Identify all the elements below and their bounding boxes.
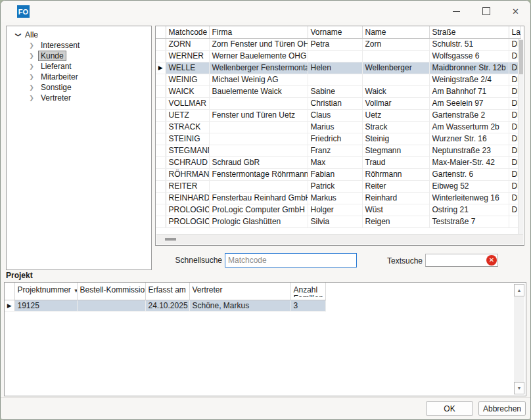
cell-vorname: Markus — [308, 192, 362, 204]
table-row[interactable]: SCHRAUD Schraud GbR Max Traud Max-Maier-… — [156, 156, 520, 168]
tree-item[interactable]: ❯ Sonstige — [7, 82, 151, 93]
table-row[interactable]: UETZ Fenster und Türen Uetz Claus Uetz G… — [156, 109, 520, 121]
cell-firma — [209, 145, 308, 156]
dialog-window: FO ✕ ❯ Alle ❯ Interessent ❯ Kunde ❯ Lief… — [0, 0, 531, 420]
table-row[interactable]: RÖHRMANN Fenstermontage Röhrmann GbR Fab… — [156, 168, 520, 180]
projekt-section-title: Projekt — [6, 271, 33, 280]
chevron-right-icon[interactable]: ❯ — [28, 84, 35, 91]
cell-vorname: Patrick — [308, 180, 362, 192]
table-row[interactable]: VOLLMAR Christian Vollmar Am Seelein 97 … — [156, 97, 520, 109]
contacts-horizontal-scrollbar[interactable] — [156, 234, 523, 245]
table-row[interactable]: WEINIG Michael Weinig AG Weinigstraße 2/… — [156, 74, 520, 85]
cell-firma: Zorn Fenster und Türen OHG — [209, 38, 308, 50]
cancel-button[interactable]: Abbrechen — [478, 401, 526, 416]
tree-item[interactable]: ❯ Kunde — [7, 51, 151, 61]
chevron-right-icon[interactable]: ❯ — [28, 53, 35, 59]
tree-item[interactable]: ❯ Vertreter — [7, 93, 151, 103]
scroll-down-icon[interactable]: ▼ — [514, 382, 524, 394]
column-header-vertreter[interactable]: Vertreter — [189, 283, 290, 300]
chevron-right-icon[interactable]: ❯ — [28, 95, 35, 101]
column-header-vorname[interactable]: Vorname — [308, 26, 362, 38]
tree-item[interactable]: ❯ Lieferant — [7, 61, 151, 72]
row-marker-cell — [156, 38, 166, 50]
tree-item-label: Lieferant — [38, 61, 74, 72]
table-row[interactable]: ZORN Zorn Fenster und Türen OHG Petra Zo… — [156, 38, 520, 50]
cell-vorname: Silvia — [308, 216, 362, 227]
scroll-up-icon[interactable]: ▲ — [514, 284, 524, 296]
projekt-vertical-scrollbar[interactable]: ▲ ▼ — [514, 284, 524, 394]
cell-vorname: Franz — [308, 145, 362, 156]
table-row[interactable]: REINHARD Fensterbau Reinhard GmbH Markus… — [156, 192, 520, 204]
table-row[interactable]: WERNER Werner Bauelemente OHG Wolfsgasse… — [156, 50, 520, 62]
table-row[interactable]: PROLOGIC ProLogic Computer GmbH Holger W… — [156, 204, 520, 216]
cell-bestell-kommission — [77, 300, 145, 311]
chevron-right-icon[interactable]: ❯ — [28, 42, 35, 49]
clear-search-icon[interactable]: ✕ — [486, 255, 497, 266]
tree-root-alle[interactable]: ❯ Alle — [7, 30, 151, 40]
column-header-firma[interactable]: Firma — [209, 26, 308, 38]
cell-strasse: Teststraße 7 — [429, 216, 509, 227]
cell-vorname: Marius — [308, 121, 362, 133]
table-row[interactable]: WAICK Bauelemente Waick Sabine Waick Am … — [156, 85, 520, 97]
cell-name: Reiter — [362, 180, 429, 192]
tree-children: ❯ Interessent ❯ Kunde ❯ Lieferant ❯ Mita… — [7, 40, 151, 103]
column-header-matchcode[interactable]: Matchcode▼ — [166, 26, 209, 38]
cell-name: Zorn — [362, 38, 429, 50]
column-header-strasse[interactable]: Straße — [429, 26, 509, 38]
contacts-vertical-scrollbar[interactable] — [518, 39, 523, 234]
minimize-button[interactable] — [442, 1, 471, 22]
cell-name: Waick — [362, 85, 429, 97]
row-marker-header — [156, 26, 166, 38]
cell-matchcode: PROLOGIC — [166, 216, 209, 227]
cell-strasse: Weinigstraße 2/4 — [429, 74, 509, 85]
column-header-projektnummer[interactable]: Projektnummer▼ — [14, 283, 77, 300]
table-row[interactable]: ▶ 19125 24.10.2025 Schöne, Markus 3 — [5, 300, 325, 311]
sort-descending-icon[interactable]: ▼ — [74, 288, 77, 294]
projekt-grid-panel: Projektnummer▼ Bestell-Kommission Erfass… — [4, 282, 526, 396]
tree-item-label: Sonstige — [38, 82, 74, 93]
chevron-right-icon[interactable]: ❯ — [28, 63, 35, 70]
column-header-name[interactable]: Name — [362, 26, 429, 38]
cell-vorname: Claus — [308, 109, 362, 121]
textsuche-label: Textsuche — [369, 254, 423, 268]
cell-name — [362, 74, 429, 85]
table-row[interactable]: STEGMANN Franz Stegmann Neptunstraße 23 … — [156, 145, 520, 156]
table-row[interactable]: PROLOGIC Prologic Glashütten Silvia Reig… — [156, 216, 520, 227]
close-button[interactable]: ✕ — [501, 1, 530, 22]
ok-button[interactable]: OK — [426, 401, 473, 416]
cell-vorname: Fabian — [308, 168, 362, 180]
chevron-right-icon[interactable]: ❯ — [28, 74, 35, 80]
column-header-anzahl[interactable]: AnzahlFamilien — [290, 283, 325, 300]
table-row[interactable]: STEINIG Friedrich Steinig Wurzner Str. 1… — [156, 133, 520, 145]
cell-strasse: Am Wasserturm 2b — [429, 121, 509, 133]
column-header-bestell-kommission[interactable]: Bestell-Kommission — [77, 283, 145, 300]
contacts-header-row: Matchcode▼ Firma Vorname Name Straße Lan… — [156, 26, 520, 38]
cell-name: Reigen — [362, 216, 429, 227]
column-header-land[interactable]: Land — [509, 26, 520, 38]
row-marker-cell — [156, 192, 166, 204]
tree-item-label: Vertreter — [38, 93, 74, 103]
column-header-erfasst-am[interactable]: Erfasst am — [145, 283, 189, 300]
scrollbar-thumb[interactable] — [165, 238, 176, 241]
cell-matchcode: WAICK — [166, 85, 209, 97]
schnellsuche-input[interactable] — [225, 253, 357, 268]
row-marker-cell: ▶ — [5, 300, 14, 311]
cell-vorname: Holger — [308, 204, 362, 216]
row-marker-cell — [156, 216, 166, 227]
cell-strasse: Gartenstr. 6 — [429, 168, 509, 180]
cell-firma: Fensterbau Reinhard GmbH — [209, 192, 308, 204]
cell-name: Traud — [362, 156, 429, 168]
maximize-button[interactable] — [471, 1, 501, 22]
chevron-down-icon[interactable]: ❯ — [15, 31, 22, 39]
cell-vorname: Sabine — [308, 85, 362, 97]
contacts-grid-panel: Matchcode▼ Firma Vorname Name Straße Lan… — [155, 26, 524, 246]
table-row[interactable]: ▶ WELLE Wellenberger Fenstermontage Hele… — [156, 62, 520, 74]
scrollbar-thumb[interactable] — [519, 40, 523, 74]
table-row[interactable]: STRACK Marius Strack Am Wasserturm 2b DE — [156, 121, 520, 133]
cell-vorname: Max — [308, 156, 362, 168]
cell-erfasst-am: 24.10.2025 — [145, 300, 189, 311]
table-row[interactable]: REITER Patrick Reiter Eibweg 52 DE — [156, 180, 520, 192]
cell-firma: Prologic Glashütten — [209, 216, 308, 227]
tree-item[interactable]: ❯ Mitarbeiter — [7, 72, 151, 82]
tree-item[interactable]: ❯ Interessent — [7, 40, 151, 51]
